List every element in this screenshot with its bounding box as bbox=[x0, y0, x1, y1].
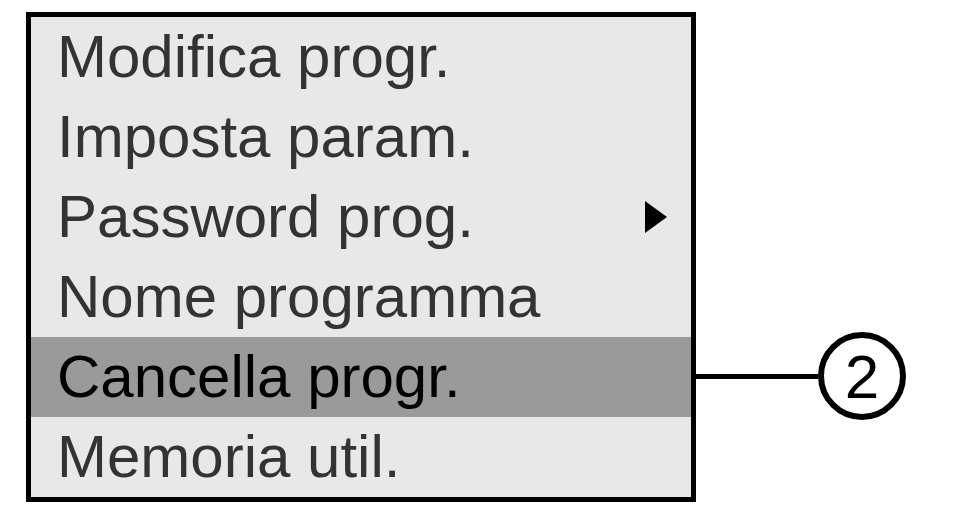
menu-item-label: Imposta param. bbox=[57, 107, 474, 167]
callout-number: 2 bbox=[845, 341, 879, 412]
menu-item-memoria-util[interactable]: Memoria util. bbox=[31, 417, 691, 497]
menu-item-imposta-param[interactable]: Imposta param. bbox=[31, 97, 691, 177]
menu-box: Modifica progr. Imposta param. Password … bbox=[26, 12, 696, 502]
menu-item-modifica-progr[interactable]: Modifica progr. bbox=[31, 17, 691, 97]
menu-item-nome-programma[interactable]: Nome programma bbox=[31, 257, 691, 337]
menu-item-label: Password prog. bbox=[57, 187, 474, 247]
callout: 2 bbox=[696, 332, 906, 420]
submenu-arrow-icon bbox=[645, 201, 667, 233]
menu-item-password-prog[interactable]: Password prog. bbox=[31, 177, 691, 257]
menu-item-label: Nome programma bbox=[57, 267, 541, 327]
menu-item-label: Memoria util. bbox=[57, 427, 400, 487]
callout-circle: 2 bbox=[818, 332, 906, 420]
callout-line bbox=[696, 374, 818, 379]
menu-item-label: Modifica progr. bbox=[57, 27, 451, 87]
menu-item-cancella-progr[interactable]: Cancella progr. bbox=[31, 337, 691, 417]
menu-item-label: Cancella progr. bbox=[57, 347, 461, 407]
